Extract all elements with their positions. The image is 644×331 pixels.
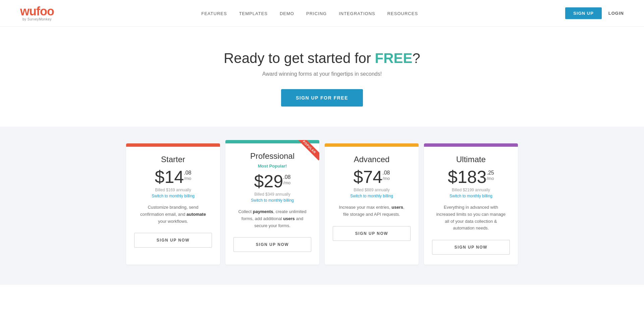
professional-price-mo: /mo <box>283 180 290 186</box>
professional-description: Collect payments, create unlimited forms… <box>233 208 311 229</box>
popular-label: Most Popular! <box>233 163 311 169</box>
advanced-top-bar <box>325 143 419 147</box>
ultimate-card: Ultimate $183 .25 /mo Billed $2199 annua… <box>424 143 518 265</box>
hero-section: Ready to get started for FREE? Award win… <box>0 27 644 127</box>
starter-price-mo: /mo <box>184 176 191 182</box>
nav-templates[interactable]: TEMPLATES <box>239 11 268 16</box>
main-nav: wufoo by SurveyMonkey FEATURES TEMPLATES… <box>0 0 644 27</box>
popular-badge-label: POPULAR <box>296 140 319 160</box>
ultimate-price-cents: .25 <box>487 170 494 176</box>
starter-price-main: $14 <box>155 168 184 186</box>
ultimate-card-body: Ultimate $183 .25 /mo Billed $2199 annua… <box>424 147 518 232</box>
ultimate-signup-button[interactable]: SIGN UP NOW <box>432 240 510 255</box>
logo-sub: by SurveyMonkey <box>22 17 52 21</box>
starter-signup-button[interactable]: SIGN UP NOW <box>134 233 212 248</box>
logo-text: wufoo <box>20 5 54 17</box>
starter-plan-name: Starter <box>134 155 212 164</box>
nav-pricing[interactable]: PRICING <box>306 11 327 16</box>
hero-heading-before: Ready to get started for <box>224 50 375 66</box>
professional-price-cents-mo: .08 /mo <box>283 173 290 186</box>
advanced-plan-name: Advanced <box>333 155 411 164</box>
ultimate-switch-billing[interactable]: Switch to monthly billing <box>449 194 492 198</box>
ultimate-price: $183 .25 /mo <box>432 168 510 186</box>
ultimate-description: Everything in advanced with increased li… <box>432 204 510 232</box>
logo[interactable]: wufoo by SurveyMonkey <box>20 5 54 21</box>
pricing-section: Starter $14 .08 /mo Billed $169 annually… <box>0 127 644 285</box>
advanced-switch-billing[interactable]: Switch to monthly billing <box>350 194 393 198</box>
nav-actions: SIGN UP LOGIN <box>565 7 624 19</box>
ultimate-price-main: $183 <box>448 168 487 186</box>
advanced-card-body: Advanced $74 .08 /mo Billed $889 annuall… <box>325 147 419 218</box>
nav-features[interactable]: FEATURES <box>201 11 227 16</box>
hero-heading-free: FREE <box>375 50 413 66</box>
nav-login-button[interactable]: LOGIN <box>608 11 624 16</box>
ultimate-price-cents-mo: .25 /mo <box>487 168 494 182</box>
nav-integrations[interactable]: INTEGRATIONS <box>339 11 375 16</box>
starter-billed: Billed $169 annually <box>134 188 212 192</box>
advanced-billed: Billed $889 annually <box>333 188 411 192</box>
nav-links: FEATURES TEMPLATES DEMO PRICING INTEGRAT… <box>201 10 418 16</box>
starter-switch-billing[interactable]: Switch to monthly billing <box>152 194 195 198</box>
pricing-cards: Starter $14 .08 /mo Billed $169 annually… <box>121 143 523 265</box>
professional-billed: Billed $349 annually <box>233 192 311 197</box>
hero-heading-after: ? <box>413 50 420 66</box>
starter-card: Starter $14 .08 /mo Billed $169 annually… <box>126 143 220 265</box>
hero-subheading: Award winning forms at your fingertips i… <box>7 71 637 77</box>
ultimate-top-bar <box>424 143 518 147</box>
advanced-card: Advanced $74 .08 /mo Billed $889 annuall… <box>325 143 419 265</box>
ultimate-billed: Billed $2199 annually <box>432 188 510 192</box>
professional-price-main: $29 <box>254 173 283 190</box>
starter-price: $14 .08 /mo <box>134 168 212 186</box>
starter-price-cents-mo: .08 /mo <box>184 168 191 182</box>
hero-heading: Ready to get started for FREE? <box>7 50 637 66</box>
nav-signup-button[interactable]: SIGN UP <box>565 7 601 19</box>
professional-switch-billing[interactable]: Switch to monthly billing <box>251 198 294 203</box>
nav-demo[interactable]: DEMO <box>280 11 294 16</box>
starter-top-bar <box>126 143 220 147</box>
ultimate-price-mo: /mo <box>487 176 494 182</box>
professional-price-cents: .08 <box>283 175 290 180</box>
professional-price: $29 .08 /mo <box>233 173 311 190</box>
advanced-price-mo: /mo <box>382 176 390 182</box>
ultimate-plan-name: Ultimate <box>432 155 510 164</box>
starter-card-body: Starter $14 .08 /mo Billed $169 annually… <box>126 147 220 225</box>
advanced-price-main: $74 <box>353 168 382 186</box>
starter-description: Customize branding, send confirmation em… <box>134 204 212 225</box>
hero-signup-button[interactable]: SIGN UP FOR FREE <box>281 89 363 107</box>
professional-signup-button[interactable]: SIGN UP NOW <box>233 237 311 252</box>
starter-price-cents: .08 <box>184 170 191 176</box>
professional-card: POPULAR Professional Most Popular! $29 .… <box>225 140 319 265</box>
advanced-price-cents-mo: .08 /mo <box>382 168 390 182</box>
advanced-price: $74 .08 /mo <box>333 168 411 186</box>
popular-badge: POPULAR <box>296 140 319 163</box>
advanced-description: Increase your max entries, users, file s… <box>333 204 411 218</box>
nav-resources[interactable]: RESOURCES <box>387 11 418 16</box>
advanced-signup-button[interactable]: SIGN UP NOW <box>333 226 411 241</box>
advanced-price-cents: .08 <box>382 170 390 176</box>
